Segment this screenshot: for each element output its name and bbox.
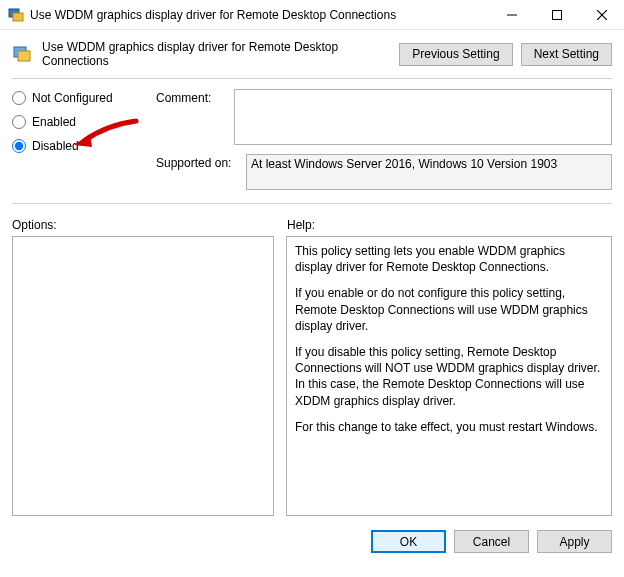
maximize-button[interactable]: [534, 0, 579, 30]
help-text: If you enable or do not configure this p…: [295, 285, 603, 334]
next-setting-button[interactable]: Next Setting: [521, 43, 612, 66]
not-configured-radio[interactable]: [12, 91, 26, 105]
policy-icon: [12, 44, 32, 64]
enabled-label[interactable]: Enabled: [32, 115, 76, 129]
not-configured-label[interactable]: Not Configured: [32, 91, 113, 105]
previous-setting-button[interactable]: Previous Setting: [399, 43, 512, 66]
ok-button[interactable]: OK: [371, 530, 446, 553]
supported-on-field: [246, 154, 612, 190]
mmc-policy-icon: [8, 7, 24, 23]
cancel-button[interactable]: Cancel: [454, 530, 529, 553]
help-section-label: Help:: [287, 218, 315, 232]
help-panel[interactable]: This policy setting lets you enable WDDM…: [286, 236, 612, 516]
disabled-label[interactable]: Disabled: [32, 139, 79, 153]
comment-label: Comment:: [156, 89, 234, 105]
disabled-radio[interactable]: [12, 139, 26, 153]
help-text: If you disable this policy setting, Remo…: [295, 344, 603, 409]
apply-button[interactable]: Apply: [537, 530, 612, 553]
policy-header: Use WDDM graphics display driver for Rem…: [0, 30, 624, 78]
svg-rect-7: [18, 51, 30, 61]
supported-on-label: Supported on:: [156, 154, 246, 170]
comment-textarea[interactable]: [234, 89, 612, 145]
options-panel[interactable]: [12, 236, 274, 516]
enabled-radio[interactable]: [12, 115, 26, 129]
title-bar: Use WDDM graphics display driver for Rem…: [0, 0, 624, 30]
help-text: For this change to take effect, you must…: [295, 419, 603, 435]
svg-rect-3: [552, 10, 561, 19]
window-title: Use WDDM graphics display driver for Rem…: [30, 8, 489, 22]
minimize-button[interactable]: [489, 0, 534, 30]
help-text: This policy setting lets you enable WDDM…: [295, 243, 603, 275]
options-section-label: Options:: [12, 218, 287, 232]
close-button[interactable]: [579, 0, 624, 30]
svg-rect-1: [13, 13, 23, 21]
policy-title: Use WDDM graphics display driver for Rem…: [42, 40, 389, 68]
